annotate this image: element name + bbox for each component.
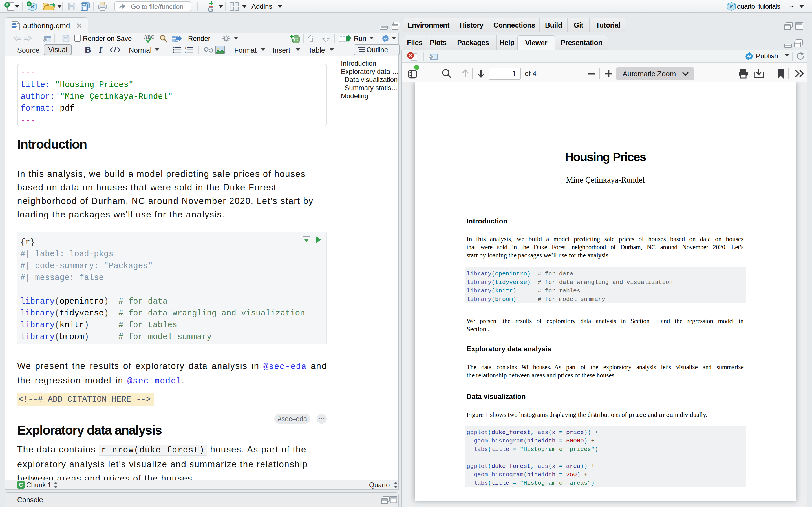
svg-text:2: 2 <box>185 50 186 53</box>
svg-text:G: G <box>208 5 213 12</box>
svg-text:R: R <box>729 4 733 9</box>
svg-text:ABC: ABC <box>144 34 154 40</box>
svg-text:1: 1 <box>185 47 186 50</box>
svg-text:C: C <box>294 37 298 43</box>
